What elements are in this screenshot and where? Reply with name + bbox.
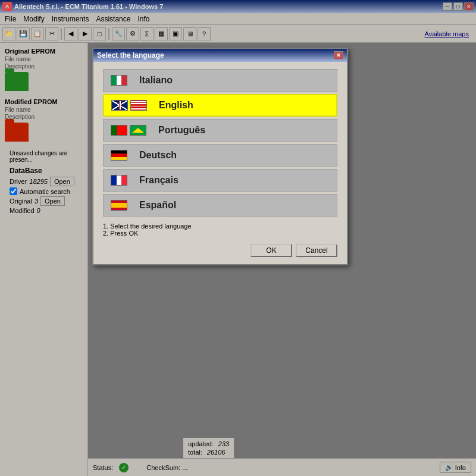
instruction-1: 1. Select the desired language: [103, 223, 337, 230]
dialog-body: Italiano English Português: [93, 62, 347, 264]
dialog-close-button[interactable]: ✕: [334, 51, 343, 60]
language-option-italiano[interactable]: Italiano: [103, 69, 337, 92]
dialog-instructions: 1. Select the desired language 2. Press …: [103, 219, 337, 242]
portugues-flags: [111, 125, 146, 136]
flag-italy: [111, 75, 127, 86]
francais-label: Français: [139, 175, 178, 186]
language-option-portugues[interactable]: Português: [103, 119, 337, 142]
dialog-title-text: Select the language: [97, 51, 334, 60]
instruction-2: 2. Press OK: [103, 230, 337, 237]
flag-portugal: [111, 125, 127, 136]
flag-brazil: [130, 125, 146, 136]
flag-germany: [111, 150, 127, 161]
italiano-flags: [111, 75, 127, 86]
deutsch-label: Deutsch: [139, 150, 177, 161]
flag-spain: [111, 200, 127, 211]
cancel-button[interactable]: Cancel: [296, 244, 337, 257]
language-option-espanol[interactable]: Español: [103, 194, 337, 217]
dialog-buttons: OK Cancel: [103, 244, 337, 257]
language-dialog: Select the language ✕ Italiano English: [92, 48, 348, 265]
language-option-francais[interactable]: Français: [103, 169, 337, 192]
language-option-english[interactable]: English: [103, 94, 337, 117]
modal-overlay: Select the language ✕ Italiano English: [0, 0, 476, 476]
francais-flags: [111, 175, 127, 186]
flag-us: [130, 100, 147, 111]
language-option-deutsch[interactable]: Deutsch: [103, 144, 337, 167]
espanol-flags: [111, 200, 127, 211]
portugues-label: Português: [158, 125, 205, 136]
deutsch-flags: [111, 150, 127, 161]
ok-button[interactable]: OK: [250, 244, 292, 257]
english-label: English: [159, 100, 193, 111]
italiano-label: Italiano: [139, 75, 173, 86]
english-flags: [111, 100, 147, 111]
flag-uk: [111, 100, 128, 111]
dialog-title-bar: Select the language ✕: [93, 49, 347, 62]
flag-france: [111, 175, 127, 186]
espanol-label: Español: [139, 200, 176, 211]
